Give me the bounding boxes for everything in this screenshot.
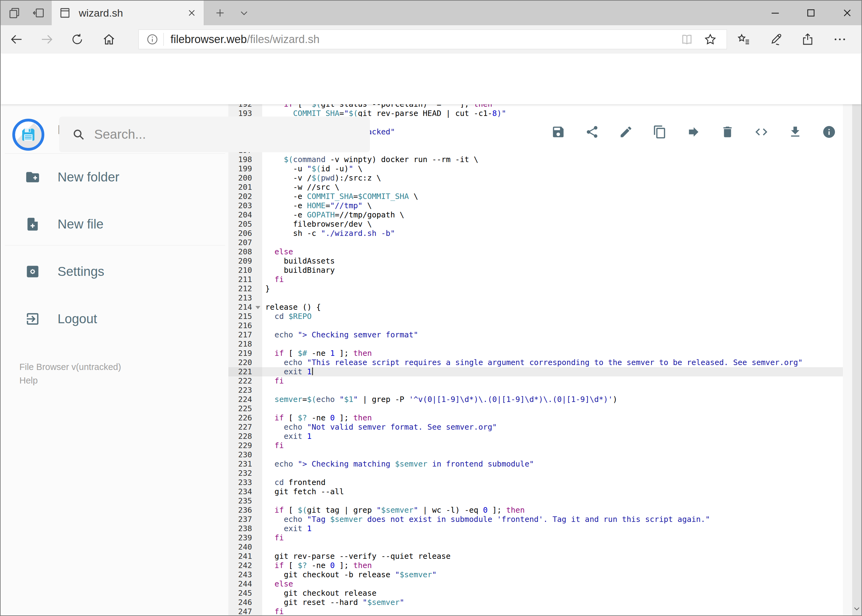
- code-line-210[interactable]: 210 buildBinary: [229, 266, 852, 275]
- code-line-text: else: [262, 580, 852, 589]
- new-file-icon: [25, 217, 40, 232]
- code-line-202[interactable]: 202 -e COMMIT_SHA=$COMMIT_SHA \: [229, 192, 852, 201]
- code-line-222[interactable]: 222 fi: [229, 376, 852, 386]
- close-window-button[interactable]: [834, 1, 860, 25]
- toolbar-save-button[interactable]: [551, 125, 565, 139]
- code-line-220[interactable]: 220 echo "This release script requires a…: [229, 358, 852, 367]
- code-line-205[interactable]: 205 filebrowser/dev \: [229, 220, 852, 229]
- code-editor[interactable]: 192 if [ "$(git status --porcelain)" = "…: [229, 104, 852, 615]
- code-line-242[interactable]: 242 if [ $? -ne 0 ]; then: [229, 561, 852, 570]
- address-bar[interactable]: filebrowser.web/files/wizard.sh: [139, 30, 727, 49]
- code-line-226[interactable]: 226 if [ $? -ne 0 ]; then: [229, 413, 852, 423]
- code-line-225[interactable]: 225: [229, 404, 852, 413]
- code-line-244[interactable]: 244 else: [229, 580, 852, 589]
- annotate-button[interactable]: [767, 27, 785, 52]
- sidebar-item-new-file[interactable]: New file: [1, 209, 229, 239]
- share-button[interactable]: [799, 27, 817, 52]
- code-line-207[interactable]: 207: [229, 238, 852, 247]
- code-line-203[interactable]: 203 -e HOME="//tmp" \: [229, 201, 852, 211]
- toolbar-move-button[interactable]: [687, 125, 701, 139]
- code-line-217[interactable]: 217 echo "> Checking semver format": [229, 330, 852, 339]
- code-line-text: [262, 339, 852, 349]
- code-line-219[interactable]: 219 if [ $# -ne 1 ]; then: [229, 349, 852, 358]
- refresh-button[interactable]: [65, 27, 90, 52]
- code-line-212[interactable]: 212}: [229, 284, 852, 293]
- toolbar-rename-button[interactable]: [619, 125, 633, 139]
- code-line-208[interactable]: 208 else: [229, 247, 852, 256]
- tab-close-button[interactable]: [186, 8, 197, 18]
- add-favorite-button[interactable]: [703, 32, 717, 46]
- share-icon: [585, 125, 599, 139]
- new-tab-button[interactable]: [209, 1, 231, 25]
- code-line-236[interactable]: 236 if [ $(git tag | grep "$semver" | wc…: [229, 506, 852, 515]
- sidebar-item-settings[interactable]: Settings: [1, 257, 229, 286]
- code-line-238[interactable]: 238 exit 1: [229, 524, 852, 533]
- tab-preview-button[interactable]: [2, 1, 27, 25]
- code-line-243[interactable]: 243 git checkout -b release "$semver": [229, 570, 852, 580]
- code-line-211[interactable]: 211 fi: [229, 275, 852, 284]
- app-logo[interactable]: [12, 119, 44, 151]
- code-line-216[interactable]: 216: [229, 321, 852, 330]
- line-number: 241: [229, 552, 262, 561]
- code-line-231[interactable]: 231 echo "> Checking matching $semver in…: [229, 459, 852, 469]
- code-line-241[interactable]: 241 git rev-parse --verify --quiet relea…: [229, 552, 852, 561]
- reading-view-button[interactable]: [680, 32, 694, 46]
- toolbar-download-button[interactable]: [788, 125, 802, 139]
- set-aside-tabs-button[interactable]: [27, 1, 50, 25]
- code-line-215[interactable]: 215 cd $REPO: [229, 312, 852, 321]
- info-icon[interactable]: [145, 33, 159, 46]
- line-number: 209: [229, 256, 262, 266]
- hub-button[interactable]: [734, 27, 753, 52]
- toolbar-copy-button[interactable]: [653, 125, 667, 139]
- page-scrollbar[interactable]: [852, 53, 861, 615]
- code-line-245[interactable]: 245 git checkout release: [229, 589, 852, 598]
- code-line-218[interactable]: 218: [229, 339, 852, 349]
- code-line-214[interactable]: 214release () {: [229, 303, 852, 312]
- sidebar-footer-help-link[interactable]: Help: [19, 374, 121, 387]
- home-button[interactable]: [97, 27, 121, 52]
- code-line-232[interactable]: 232: [229, 469, 852, 478]
- code-line-235[interactable]: 235: [229, 497, 852, 506]
- tab-list-dropdown-button[interactable]: [233, 1, 255, 25]
- code-line-221[interactable]: 221 exit 1: [229, 367, 852, 376]
- toolbar-editor-button[interactable]: [754, 125, 769, 139]
- code-line-200[interactable]: 200 -v /$(pwd):/src:z \: [229, 173, 852, 183]
- code-line-213[interactable]: 213: [229, 293, 852, 303]
- more-button[interactable]: [830, 27, 849, 52]
- sidebar-footer-version: File Browser v(untracked): [19, 360, 121, 374]
- code-line-204[interactable]: 204 -e GOPATH=//tmp/gopath \: [229, 211, 852, 220]
- code-line-246[interactable]: 246 git reset --hard "$semver": [229, 598, 852, 607]
- code-line-206[interactable]: 206 sh -c "./wizard.sh -b": [229, 229, 852, 238]
- code-line-199[interactable]: 199 -u "$(id -u)" \: [229, 164, 852, 173]
- save-icon: [551, 125, 565, 139]
- toolbar-share-button[interactable]: [585, 125, 599, 139]
- code-line-228[interactable]: 228 exit 1: [229, 432, 852, 441]
- fold-toggle-icon[interactable]: [255, 306, 260, 309]
- code-line-240[interactable]: 240: [229, 542, 852, 552]
- maximize-button[interactable]: [798, 1, 824, 25]
- code-line-227[interactable]: 227 echo "Not valid semver format. See s…: [229, 423, 852, 432]
- browser-tab[interactable]: wizard.sh: [52, 1, 204, 25]
- sidebar-item-logout[interactable]: Logout: [1, 304, 229, 334]
- code-line-209[interactable]: 209 buildAssets: [229, 256, 852, 266]
- code-line-224[interactable]: 224 semver=$(echo "$1" | grep -P '^v(0|[…: [229, 395, 852, 404]
- toolbar-delete-button[interactable]: [720, 125, 734, 139]
- code-line-223[interactable]: 223: [229, 386, 852, 395]
- sidebar-item-new-folder[interactable]: New folder: [1, 162, 229, 192]
- minimize-button[interactable]: [762, 1, 788, 25]
- code-line-237[interactable]: 237 echo "Tag $semver does not exist in …: [229, 515, 852, 524]
- scrollbar-down-button[interactable]: [852, 602, 861, 615]
- code-line-229[interactable]: 229 fi: [229, 441, 852, 450]
- code-line-239[interactable]: 239 fi: [229, 533, 852, 542]
- search-input[interactable]: [94, 127, 340, 142]
- code-line-230[interactable]: 230: [229, 450, 852, 459]
- code-line-234[interactable]: 234 git fetch --all: [229, 487, 852, 497]
- line-number: 217: [229, 330, 262, 339]
- code-line-text: [262, 404, 852, 413]
- code-line-201[interactable]: 201 -w //src \: [229, 183, 852, 192]
- code-line-247[interactable]: 247 fi: [229, 607, 852, 615]
- forward-button[interactable]: [35, 27, 59, 52]
- toolbar-info-button[interactable]: [822, 125, 836, 139]
- back-button[interactable]: [4, 27, 28, 52]
- code-line-233[interactable]: 233 cd frontend: [229, 478, 852, 487]
